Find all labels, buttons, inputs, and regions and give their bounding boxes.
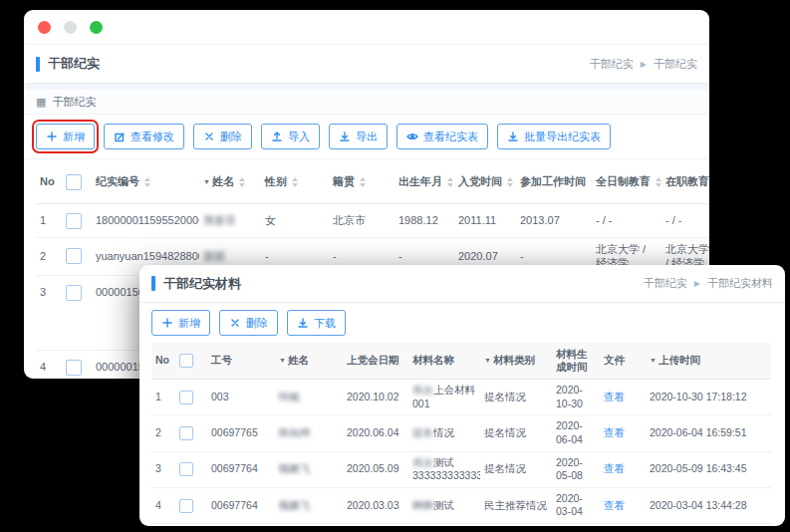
cell: 2020.05.09: [343, 451, 408, 487]
column-header[interactable]: ▼姓名: [275, 343, 343, 380]
panel-header: ▦ 干部纪实: [24, 90, 709, 115]
cadre-record-material-window: 干部纪实材料 干部纪实▶干部纪实材料 新增删除下载 No工号▼姓名上党会日期材料…: [139, 265, 785, 526]
column-header[interactable]: ▼姓名: [199, 161, 261, 204]
table-row: 500000150魏雪娇2019.10.30党委会议纪要提名情况2019-10-…: [151, 524, 771, 526]
column-header: 在职教育: [661, 161, 709, 204]
row-checkbox[interactable]: [179, 462, 193, 476]
breadcrumb-separator-icon: ▶: [641, 60, 647, 69]
sort-icon[interactable]: [239, 177, 245, 187]
cell: [175, 415, 207, 451]
breadcrumb-item[interactable]: 干部纪实材料: [707, 276, 773, 291]
column-header[interactable]: 籍贯: [329, 161, 395, 204]
select-all-checkbox[interactable]: [179, 354, 193, 368]
export-button[interactable]: 导出: [329, 124, 388, 149]
cell: [175, 451, 207, 487]
import-button[interactable]: 导入: [261, 124, 320, 149]
download-icon: [297, 317, 309, 329]
breadcrumb-item[interactable]: 干部纪实: [654, 57, 697, 72]
sort-icon[interactable]: [144, 177, 150, 187]
cell-text: 再次: [412, 384, 433, 396]
cell: 查看: [600, 487, 646, 523]
cell-text: 测试: [433, 499, 454, 511]
column-label: 性别: [265, 175, 287, 187]
column-header[interactable]: 入党时间: [454, 161, 516, 204]
page-title: 干部纪实材料: [151, 275, 241, 293]
close-button[interactable]: [38, 21, 51, 34]
filter-icon[interactable]: ▼: [650, 357, 657, 364]
select-all-header: [62, 161, 92, 204]
column-header[interactable]: 全日制教育: [592, 161, 661, 204]
sort-icon[interactable]: [447, 177, 453, 187]
view-link[interactable]: 查看: [604, 499, 625, 511]
column-header[interactable]: 纪实编号: [92, 161, 199, 204]
cell: 查看: [600, 524, 646, 526]
cell: 2020-10-30 17:18:12: [646, 380, 771, 415]
zoom-button[interactable]: [90, 21, 103, 34]
column-header[interactable]: 性别: [261, 161, 329, 204]
view-edit-button[interactable]: 查看修改: [104, 124, 184, 149]
column-label: No: [155, 354, 169, 366]
cell: 180000011595520000: [92, 204, 199, 238]
column-label: 上传时间: [658, 354, 700, 366]
cell: 2020-03-04 13:44:28: [646, 487, 771, 523]
column-header[interactable]: ▼上传时间: [646, 343, 771, 380]
view-record-table-button[interactable]: 查看纪实表: [396, 124, 488, 149]
cell: 北京市: [329, 204, 395, 238]
row-checkbox[interactable]: [179, 499, 193, 513]
cell: 2020-10-30: [552, 380, 600, 415]
cell: 2013.07: [516, 204, 592, 238]
cell: [62, 238, 92, 276]
column-header[interactable]: 出生年月: [395, 161, 454, 204]
column-header[interactable]: 参加工作时间: [516, 161, 592, 204]
view-link[interactable]: 查看: [604, 462, 625, 474]
row-checkbox[interactable]: [66, 285, 82, 301]
sort-icon[interactable]: [292, 177, 298, 187]
cell-text: 再次: [412, 456, 433, 468]
column-label: 入党时间: [458, 175, 502, 187]
table-row: 1003阿毗2020.10.02再次上会材料001提名情况2020-10-30查…: [151, 380, 771, 415]
button-label: 导出: [356, 130, 378, 144]
cell-text: 魏鹏飞: [279, 462, 311, 474]
breadcrumb-item[interactable]: 干部纪实: [590, 57, 634, 72]
upload-icon: [271, 131, 283, 142]
cell: 4: [36, 350, 62, 379]
cell: 2: [36, 238, 62, 276]
download-button[interactable]: 下载: [287, 310, 346, 336]
row-checkbox[interactable]: [179, 426, 193, 440]
cell: [175, 380, 207, 415]
filter-icon[interactable]: ▼: [484, 357, 491, 364]
sort-icon[interactable]: [507, 177, 513, 187]
column-header: No: [151, 343, 175, 380]
add-button[interactable]: 新增: [36, 124, 95, 149]
row-checkbox[interactable]: [66, 248, 82, 264]
row-checkbox[interactable]: [179, 391, 193, 404]
batch-export-record-table-button[interactable]: 批量导出纪实表: [497, 124, 611, 149]
filter-icon[interactable]: ▼: [203, 178, 210, 185]
cell: 再次测试333333333333: [408, 451, 480, 487]
row-checkbox[interactable]: [66, 213, 82, 229]
cell: 5: [151, 524, 175, 526]
breadcrumb-item[interactable]: 干部纪实: [644, 276, 687, 291]
cell: [62, 275, 92, 350]
button-label: 下载: [314, 316, 336, 331]
cell: 党委会议纪要: [408, 524, 480, 526]
filter-icon[interactable]: ▼: [279, 357, 286, 364]
column-label: 在职教育: [665, 175, 709, 187]
cell: 2019-10-29: [552, 524, 600, 526]
add-button[interactable]: 新增: [151, 310, 210, 336]
cell: [175, 487, 207, 523]
delete-button[interactable]: 删除: [219, 310, 278, 336]
minimize-button[interactable]: [64, 21, 77, 34]
sort-icon[interactable]: [360, 177, 366, 187]
sort-icon[interactable]: [656, 177, 661, 187]
delete-button[interactable]: 删除: [193, 124, 252, 149]
view-link[interactable]: 查看: [604, 426, 625, 438]
row-checkbox[interactable]: [66, 360, 82, 376]
cell: 2020.10.02: [343, 380, 408, 415]
sort-icon[interactable]: [591, 177, 592, 187]
view-link[interactable]: 查看: [604, 391, 625, 402]
column-label: 文件: [604, 354, 625, 366]
column-header[interactable]: ▼材料类别: [480, 343, 552, 380]
cell: 2020-05-09 16:43:45: [646, 451, 771, 487]
select-all-checkbox[interactable]: [66, 174, 82, 190]
